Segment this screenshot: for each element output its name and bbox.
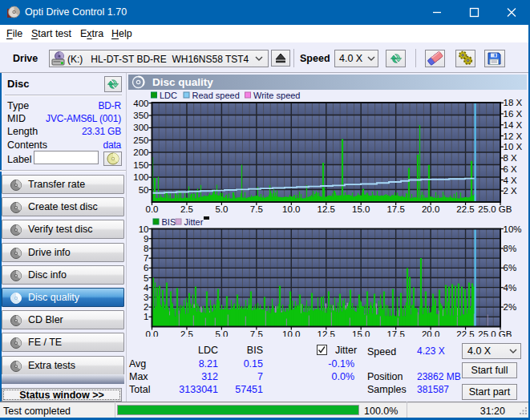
svg-text:4 X: 4 X [504,176,518,185]
svg-text:0.0: 0.0 [146,204,159,214]
svg-text:50: 50 [139,185,149,195]
svg-text:Read speed: Read speed [192,91,240,100]
svg-text:5.0: 5.0 [215,204,228,214]
svg-text:2: 2 [144,302,148,312]
svg-text:400: 400 [133,99,148,108]
svg-text:20.0: 20.0 [422,329,439,337]
svg-text:300: 300 [133,123,148,132]
svg-text:7.5: 7.5 [250,329,263,337]
svg-text:18 X: 18 X [504,98,523,107]
svg-text:BIS: BIS [162,217,176,227]
svg-text:22.5: 22.5 [456,329,474,337]
svg-text:12.5: 12.5 [318,329,335,337]
svg-text:12.5: 12.5 [318,204,335,214]
svg-text:10.0: 10.0 [282,204,300,214]
svg-text:14 X: 14 X [504,120,523,130]
svg-text:Jitter: Jitter [184,217,204,227]
svg-text:10 X: 10 X [504,142,523,151]
svg-text:25.0 GB: 25.0 GB [478,329,512,337]
svg-text:10.0: 10.0 [282,329,300,337]
svg-text:4: 4 [144,283,149,293]
svg-text:5: 5 [144,273,148,283]
svg-text:8: 8 [144,244,148,253]
svg-text:3: 3 [144,293,148,302]
svg-text:10%: 10% [504,224,522,234]
svg-text:20.0: 20.0 [422,204,439,214]
svg-text:6 X: 6 X [504,164,518,174]
svg-text:8%: 8% [504,244,517,253]
svg-text:6%: 6% [504,263,517,273]
svg-text:9: 9 [144,234,148,244]
svg-text:7: 7 [144,253,148,263]
svg-text:15.0: 15.0 [352,204,370,214]
svg-text:7.5: 7.5 [250,204,263,214]
svg-text:6: 6 [144,263,148,273]
svg-text:2%: 2% [504,302,517,312]
svg-text:150: 150 [133,160,148,170]
svg-text:LDC: LDC [160,91,177,100]
svg-text:4%: 4% [504,283,517,293]
svg-text:2.5: 2.5 [180,204,193,214]
svg-text:12 X: 12 X [504,131,523,141]
svg-text:1: 1 [144,312,148,321]
svg-text:200: 200 [133,147,148,157]
svg-text:8 X: 8 X [504,153,518,163]
svg-text:15.0: 15.0 [352,329,370,337]
svg-text:22.5: 22.5 [456,204,474,214]
svg-text:17.5: 17.5 [386,329,404,337]
svg-text:0.0: 0.0 [146,329,159,337]
svg-text:350: 350 [133,111,148,120]
svg-text:2 X: 2 X [504,186,518,196]
svg-text:100: 100 [133,172,148,182]
svg-text:250: 250 [133,135,148,145]
svg-text:17.5: 17.5 [386,204,404,214]
svg-text:5.0: 5.0 [215,329,228,337]
svg-text:Write speed: Write speed [253,91,301,100]
svg-text:2.5: 2.5 [180,329,193,337]
svg-text:10: 10 [139,224,149,234]
svg-text:16 X: 16 X [504,109,523,119]
svg-text:25.0 GB: 25.0 GB [478,204,512,214]
